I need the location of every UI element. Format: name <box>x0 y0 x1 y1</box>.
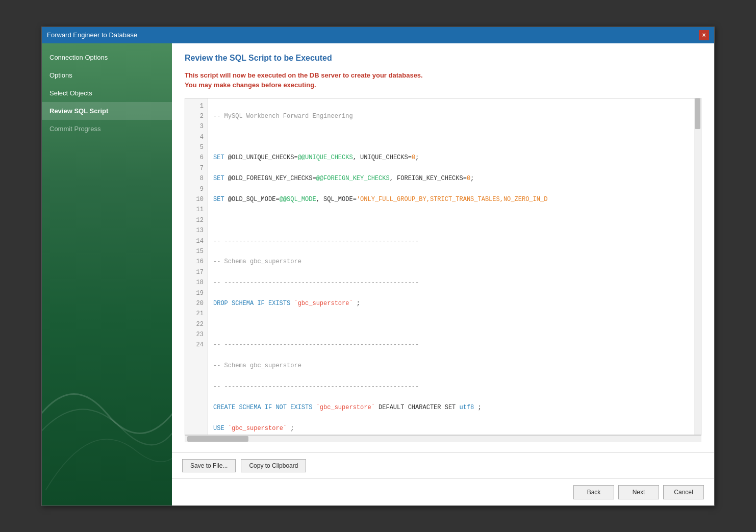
sidebar-item-connection-options[interactable]: Connection Options <box>42 48 172 66</box>
page-title: Review the SQL Script to be Executed <box>185 54 701 63</box>
sidebar-item-options[interactable]: Options <box>42 66 172 84</box>
sql-scroll-area[interactable]: 1 2 3 4 5 6 7 8 9 10 11 12 13 <box>185 98 694 435</box>
main-content: Review the SQL Script to be Executed Thi… <box>172 43 714 505</box>
sql-code-area[interactable]: -- MySQL Workbench Forward Engineering S… <box>208 98 694 435</box>
scrollbar-thumb-vertical[interactable] <box>695 98 700 129</box>
footer-buttons: Back Next Cancel <box>172 478 714 505</box>
description: This script will now be executed on the … <box>185 70 701 90</box>
sidebar-item-commit-progress: Commit Progress <box>42 120 172 138</box>
save-to-file-button[interactable]: Save to File... <box>182 459 236 472</box>
bottom-toolbar: Save to File... Copy to Clipboard <box>172 452 714 478</box>
sidebar-item-review-sql-script[interactable]: Review SQL Script <box>42 102 172 120</box>
line-numbers: 1 2 3 4 5 6 7 8 9 10 11 12 13 <box>185 98 208 435</box>
sidebar-item-select-objects[interactable]: Select Objects <box>42 84 172 102</box>
window-title: Forward Engineer to Database <box>47 31 137 39</box>
window-body: Connection Options Options Select Object… <box>42 43 714 505</box>
title-bar: Forward Engineer to Database × <box>42 27 714 43</box>
vertical-scrollbar[interactable] <box>694 98 701 435</box>
back-button[interactable]: Back <box>573 485 614 499</box>
sidebar: Connection Options Options Select Object… <box>42 43 172 505</box>
content-area: Review the SQL Script to be Executed Thi… <box>172 43 714 452</box>
close-button[interactable]: × <box>699 30 709 40</box>
cancel-button[interactable]: Cancel <box>663 485 704 499</box>
copy-to-clipboard-button[interactable]: Copy to Clipboard <box>241 459 306 472</box>
main-window: Forward Engineer to Database × Connectio… <box>41 27 715 506</box>
next-button[interactable]: Next <box>618 485 659 499</box>
horizontal-scrollbar[interactable] <box>185 435 701 442</box>
sql-editor[interactable]: 1 2 3 4 5 6 7 8 9 10 11 12 13 <box>185 98 701 435</box>
scrollbar-thumb-horizontal[interactable] <box>187 436 248 442</box>
